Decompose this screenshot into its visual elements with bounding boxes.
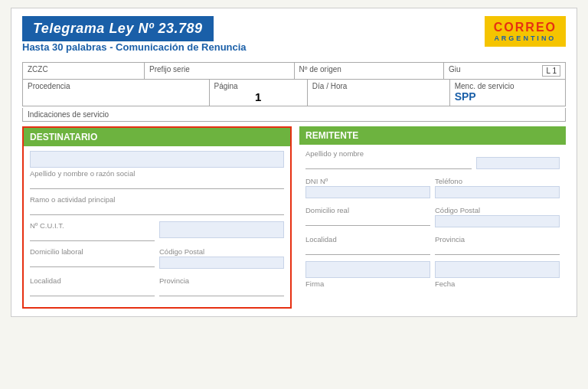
destinatario-nombre-box[interactable] xyxy=(30,151,284,168)
dni-box[interactable] xyxy=(305,186,430,198)
codigo-postal-dest-group: Código Postal xyxy=(159,247,284,270)
remitente-nombre-box[interactable] xyxy=(476,157,560,169)
nro-origen-label: Nº de origen xyxy=(299,65,341,74)
domicilio-real-line xyxy=(305,215,430,226)
zczc-field[interactable]: ZCZC xyxy=(23,63,145,79)
provincia-dest-label: Provincia xyxy=(159,276,284,285)
codigo-postal-dest-label: Código Postal xyxy=(159,247,284,256)
procedencia-label: Procedencia xyxy=(28,82,70,90)
remitente-nombre-line xyxy=(305,159,472,169)
document-subtitle: Hasta 30 palabras - Comunicación de Renu… xyxy=(22,41,247,53)
destinatario-form: Apellido y nombre o razón social Ramo o … xyxy=(24,151,290,296)
procedencia-field[interactable]: Procedencia xyxy=(23,80,210,106)
top-row-2: Procedencia Página 1 Día / Hora Menc. de… xyxy=(23,80,565,106)
destinatario-nombre-row: Apellido y nombre o razón social xyxy=(30,151,284,189)
telefono-box[interactable] xyxy=(435,186,560,198)
localidad-rem-group: Localidad xyxy=(305,235,430,255)
menc-label: Menc. de servicio xyxy=(455,82,560,90)
telefono-label: Teléfono xyxy=(435,177,560,185)
localidad-dest-group: Localidad xyxy=(30,276,155,296)
dni-label: DNI Nº xyxy=(305,177,430,185)
main-columns: DESTINATARIO Apellido y nombre o razón s… xyxy=(22,126,566,309)
menc-field[interactable]: Menc. de servicio SPP xyxy=(450,80,565,106)
localidad-rem-line xyxy=(305,244,430,255)
destinatario-domicilio-row: Domicilio laboral Código Postal xyxy=(30,247,284,270)
remitente-domicilio-row: Domicilio real Código Postal xyxy=(305,206,560,229)
prefijo-label: Prefijo serie xyxy=(149,65,190,74)
remitente-header: REMITENTE xyxy=(299,126,566,145)
destinatario-ramo-label: Ramo o actividad principal xyxy=(30,195,284,204)
fecha-label: Fecha xyxy=(435,279,560,288)
domicilio-real-label: Domicilio real xyxy=(305,206,430,214)
dia-hora-field[interactable]: Día / Hora xyxy=(308,80,450,106)
cuit-group: Nº C.U.I.T. xyxy=(30,221,155,241)
remitente-nombre-group: Apellido y nombre xyxy=(305,149,472,171)
pagina-field[interactable]: Página 1 xyxy=(210,80,308,106)
destinatario-ramo-line xyxy=(30,204,284,215)
localidad-dest-line xyxy=(30,286,155,296)
firma-group: Firma xyxy=(305,261,430,289)
codigo-postal-rem-box[interactable] xyxy=(435,215,560,227)
correo-brand: CORREO xyxy=(494,21,557,34)
pagina-label: Página xyxy=(214,82,238,90)
cuit-line xyxy=(30,230,155,241)
destinatario-header: DESTINATARIO xyxy=(24,128,290,146)
remitente-nombre-row: Apellido y nombre xyxy=(305,149,560,171)
remitente-localidad-row: Localidad Provincia xyxy=(305,235,560,255)
indicaciones-field[interactable]: Indicaciones de servicio xyxy=(22,108,566,122)
menc-value: SPP xyxy=(455,90,476,103)
firma-box[interactable] xyxy=(305,261,430,278)
header: Telegrama Ley Nº 23.789 Hasta 30 palabra… xyxy=(22,16,566,57)
provincia-dest-line xyxy=(159,286,284,296)
codigo-postal-rem-label: Código Postal xyxy=(435,206,560,214)
destinatario-nombre-line xyxy=(30,178,284,189)
document-title: Telegrama Ley Nº 23.789 xyxy=(33,21,203,36)
domicilio-real-group: Domicilio real xyxy=(305,206,430,229)
correo-country: ARGENTINO xyxy=(494,34,557,42)
document-page: Telegrama Ley Nº 23.789 Hasta 30 palabra… xyxy=(11,8,577,317)
remitente-form: Apellido y nombre DNI Nº Teléfono xyxy=(299,149,566,289)
l1-badge: L 1 xyxy=(542,65,560,77)
destinatario-cuit-row: Nº C.U.I.T. xyxy=(30,221,284,241)
dia-hora-label: Día / Hora xyxy=(312,82,348,90)
top-row-1: ZCZC Prefijo serie Nº de origen Giu L 1 xyxy=(23,63,565,80)
destinatario-ramo-row: Ramo o actividad principal xyxy=(30,195,284,215)
remitente-column: REMITENTE Apellido y nombre DNI Nº xyxy=(299,126,566,309)
fecha-box[interactable] xyxy=(435,261,560,278)
codigo-postal-rem-group: Código Postal xyxy=(435,206,560,229)
top-form-grid: ZCZC Prefijo serie Nº de origen Giu L 1 … xyxy=(22,62,566,106)
remitente-firma-row: Firma Fecha xyxy=(305,261,560,289)
giu-field[interactable]: Giu L 1 xyxy=(444,63,565,79)
dni-group: DNI Nº xyxy=(305,177,430,200)
cuit-extra-box[interactable] xyxy=(159,221,284,238)
indicaciones-label: Indicaciones de servicio xyxy=(28,110,109,119)
codigo-postal-dest-box[interactable] xyxy=(159,257,284,269)
telefono-group: Teléfono xyxy=(435,177,560,200)
remitente-dni-row: DNI Nº Teléfono xyxy=(305,177,560,200)
nro-origen-field[interactable]: Nº de origen xyxy=(295,63,445,79)
domicilio-laboral-line xyxy=(30,257,155,267)
prefijo-field[interactable]: Prefijo serie xyxy=(145,63,295,79)
zczc-label: ZCZC xyxy=(28,65,48,74)
firma-label: Firma xyxy=(305,279,430,288)
destinatario-localidad-row: Localidad Provincia xyxy=(30,276,284,296)
remitente-nombre-box-group xyxy=(476,149,560,171)
provincia-dest-group: Provincia xyxy=(159,276,284,296)
domicilio-laboral-label: Domicilio laboral xyxy=(30,247,155,256)
localidad-rem-label: Localidad xyxy=(305,235,430,244)
cuit-extra-group xyxy=(159,221,284,241)
fecha-group: Fecha xyxy=(435,261,560,289)
destinatario-nombre-label: Apellido y nombre o razón social xyxy=(30,169,284,178)
title-box: Telegrama Ley Nº 23.789 xyxy=(22,16,214,41)
cuit-label: Nº C.U.I.T. xyxy=(30,221,155,230)
giu-label: Giu xyxy=(449,65,461,74)
domicilio-laboral-group: Domicilio laboral xyxy=(30,247,155,270)
correo-logo: CORREO ARGENTINO xyxy=(485,16,566,47)
remitente-nombre-label: Apellido y nombre xyxy=(305,149,472,158)
provincia-rem-group: Provincia xyxy=(435,235,560,255)
destinatario-column: DESTINATARIO Apellido y nombre o razón s… xyxy=(22,126,292,309)
pagina-value: 1 xyxy=(255,90,261,103)
provincia-rem-label: Provincia xyxy=(435,235,560,244)
provincia-rem-line xyxy=(435,244,560,255)
localidad-dest-label: Localidad xyxy=(30,276,155,285)
